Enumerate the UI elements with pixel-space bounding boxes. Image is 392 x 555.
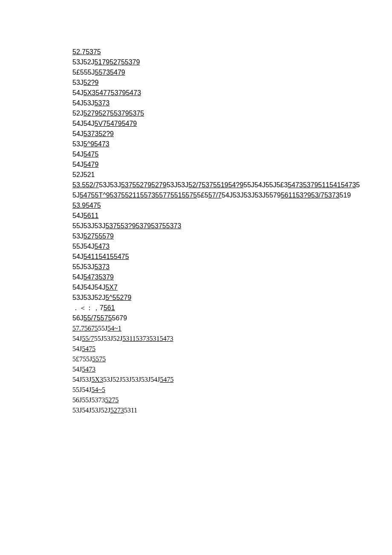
text-run: 52755579 bbox=[84, 232, 114, 240]
text-run: 561153?953/75373 bbox=[281, 192, 340, 199]
text-run: 55J54J bbox=[72, 243, 95, 250]
text-run: 54J53J bbox=[72, 99, 95, 107]
text-run: 54J bbox=[72, 212, 84, 219]
text-run: 52J521 bbox=[72, 171, 95, 178]
text-run: 55J53J52J bbox=[94, 335, 123, 342]
text-run: 5473 bbox=[82, 366, 95, 373]
text-run: 54J bbox=[72, 345, 82, 352]
text-run: 5X3 bbox=[91, 376, 103, 383]
text-run: 53J bbox=[72, 232, 84, 240]
text-run: 53J bbox=[72, 79, 84, 86]
text-run: 54J53J bbox=[72, 376, 91, 383]
text-run: 53J53J52J bbox=[72, 294, 105, 301]
text-run: 55735479 bbox=[95, 69, 125, 76]
text-run: 5279527553795375 bbox=[84, 110, 144, 117]
text-run: 5V754795479 bbox=[95, 120, 137, 127]
text-run: 52.75375 bbox=[72, 48, 101, 55]
text-run: 5£5 bbox=[197, 192, 208, 199]
text-run: 55J54J bbox=[72, 386, 91, 393]
text-run: 541154155475 bbox=[84, 253, 129, 260]
text-run: 52?9 bbox=[84, 79, 99, 86]
text-run: 53.95475 bbox=[72, 202, 101, 209]
text-run: 55J bbox=[98, 325, 107, 332]
text-run: 53J52J53J53J53J54J bbox=[103, 376, 160, 383]
text-run: 55J53J bbox=[72, 263, 95, 270]
text-run: 54J bbox=[72, 161, 84, 168]
text-run: 54J bbox=[72, 273, 84, 281]
text-run: 5479 bbox=[84, 161, 99, 168]
text-run: 5611 bbox=[84, 212, 99, 219]
text-run: 5£755J bbox=[72, 355, 92, 363]
text-run: 5X7 bbox=[105, 284, 117, 291]
text-run: 537552795279 bbox=[121, 181, 167, 189]
text-run: 53J bbox=[72, 140, 84, 148]
text-run: 52/7537551954?9 bbox=[188, 181, 243, 189]
text-run: 57/7 bbox=[208, 192, 222, 199]
document-body: 52.7537553J52J5179527553795£555J55735479… bbox=[0, 0, 362, 416]
text-run: 54735379 bbox=[84, 273, 114, 281]
text-run: 5373 bbox=[95, 263, 110, 270]
text-run: 56J55J5373 bbox=[72, 396, 105, 404]
text-run: 517952755379 bbox=[95, 58, 140, 66]
text-run: 5373 bbox=[95, 99, 110, 107]
text-run: 54J bbox=[72, 366, 82, 373]
text-run: 54J bbox=[72, 335, 82, 342]
text-run: 54J bbox=[72, 130, 84, 137]
text-run: 53J53J bbox=[167, 181, 189, 189]
text-run: 547353795115415473 bbox=[288, 181, 356, 189]
text-run: 537553?9537953755373 bbox=[105, 222, 181, 230]
text-run: 52J bbox=[72, 110, 84, 117]
text-run: 54J54J bbox=[72, 120, 95, 127]
text-run: 537352?9 bbox=[84, 130, 114, 137]
text-run: 54J bbox=[72, 89, 84, 96]
text-run: 55J54J55J5£3 bbox=[243, 181, 288, 189]
text-run: 5311 bbox=[124, 407, 137, 414]
text-run: 519 bbox=[340, 192, 351, 199]
text-run: 5275 bbox=[105, 396, 118, 404]
text-run: 54J54J54J bbox=[72, 284, 105, 291]
text-run: 5£555J bbox=[72, 69, 95, 76]
text-run: 54J bbox=[72, 151, 84, 158]
text-run: 55/75575 bbox=[84, 314, 112, 322]
text-run: 54J bbox=[72, 253, 84, 260]
text-run: 5475 bbox=[82, 345, 95, 352]
text-run: 53J52J bbox=[72, 58, 95, 66]
text-run: 55J53J53J bbox=[72, 222, 105, 230]
text-run: 5^55279 bbox=[105, 294, 131, 301]
text-run: 531153735315473 bbox=[122, 335, 173, 342]
text-run: 57.75675 bbox=[72, 325, 98, 332]
text-run: 53.552/7 bbox=[72, 181, 99, 189]
text-run: 53J53J bbox=[99, 181, 121, 189]
text-run: 5^95473 bbox=[84, 140, 110, 148]
text-run: ．＜：，7 bbox=[72, 304, 104, 311]
text-run: 53J54J53J52J bbox=[72, 407, 110, 414]
text-run: 55/7 bbox=[82, 335, 94, 342]
text-run: 5473 bbox=[95, 243, 110, 250]
text-run: 5679 bbox=[112, 314, 127, 322]
text-run: 54755T^953755211557355775515575 bbox=[80, 192, 197, 199]
text-run: 5475 bbox=[160, 376, 173, 383]
text-run: 56J bbox=[72, 314, 84, 322]
text-run: 5575 bbox=[92, 355, 106, 363]
text-run: 5273 bbox=[110, 407, 124, 414]
text-run: 54~1 bbox=[107, 325, 121, 332]
text-run: 5X3547753795473 bbox=[84, 89, 141, 96]
text-run: 5475 bbox=[84, 151, 99, 158]
text-run: 54J53J53J53J5579 bbox=[222, 192, 281, 199]
text-run: 54~5 bbox=[91, 386, 105, 393]
text-run: 561 bbox=[104, 304, 115, 311]
